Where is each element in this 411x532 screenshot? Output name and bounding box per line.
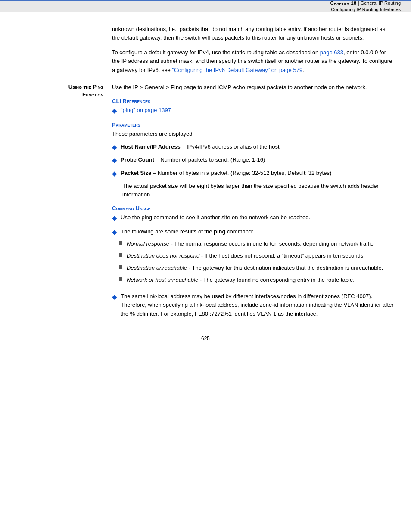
using-ping-label-line2: Function: [82, 91, 103, 98]
param-packet-sep: –: [152, 170, 158, 176]
header-separator: |: [357, 0, 361, 6]
header-bar: Chapter 18 | General IP Routing Configur…: [0, 0, 411, 12]
header-line1: Chapter 18 | General IP Routing: [330, 0, 401, 6]
header-title-line2: Configuring IP Routing Interfaces: [331, 7, 401, 12]
param-host: ◆ Host Name/IP Address – IPv4/IPv6 addre…: [112, 143, 394, 152]
param-probe-sep: –: [154, 156, 160, 163]
using-ping-label-line1: Using the Ping: [68, 84, 103, 90]
intro-para2-end: .: [302, 67, 304, 73]
diamond-icon-host: ◆: [112, 142, 117, 152]
cli-references-item: ◆ "ping" on page 1397: [112, 106, 394, 115]
cli-references-title: CLI References: [112, 98, 394, 104]
command-usage-item-2: ◆ The following are some results of the …: [112, 227, 394, 288]
command-usage-item-3-text: The same link-local address may be used …: [121, 292, 394, 318]
sub-item-3-text: Destination unreachable - The gateway fo…: [127, 264, 383, 272]
square-icon-3: [119, 265, 122, 269]
sub-item-2-text: Destination does not respond - If the ho…: [127, 252, 365, 260]
intro-para2: To configure a default gateway for IPv4,…: [112, 48, 394, 74]
square-icon-1: [119, 241, 122, 245]
param-probe: ◆ Probe Count – Number of packets to sen…: [112, 156, 394, 165]
chapter-label: Chapter 18: [330, 0, 357, 6]
using-ping-label-text: Using the Ping Function: [17, 83, 103, 99]
sub-item-network-unreachable: Network or host unreachable - The gatewa…: [119, 276, 383, 284]
sub-item-3-italic: Destination unreachable: [127, 264, 187, 271]
header-title-line1: General IP Routing: [361, 0, 401, 6]
param-probe-desc: Number of packets to send. (Range: 1-16): [160, 156, 265, 163]
sub-item-2-italic: Destination does not respond: [127, 252, 199, 259]
diamond-icon-packet: ◆: [112, 168, 117, 178]
using-ping-body: Use the IP > General > Ping page to send…: [112, 83, 394, 323]
using-ping-section: Using the Ping Function Use the IP > Gen…: [17, 83, 394, 323]
sub-item-dest-unreachable: Destination unreachable - The gateway fo…: [119, 264, 383, 272]
parameters-intro: These parameters are displayed:: [112, 130, 394, 138]
command-usage-item-1: ◆ Use the ping command to see if another…: [112, 213, 394, 223]
square-icon-2: [119, 253, 122, 257]
footer: – 625 –: [17, 336, 394, 350]
param-host-text: Host Name/IP Address – IPv4/IPv6 address…: [121, 143, 281, 151]
sub-item-dest-no-respond: Destination does not respond - If the ho…: [119, 252, 383, 260]
sub-item-normal-response: Normal response - The normal response oc…: [119, 240, 383, 248]
main-content: unknown destinations, i.e., packets that…: [0, 12, 411, 367]
sub-item-1-text: Normal response - The normal response oc…: [127, 240, 375, 248]
diamond-icon-cu3: ◆: [112, 292, 117, 302]
intro-para2-before-link: To configure a default gateway for IPv4,…: [112, 49, 320, 56]
intro-para1: unknown destinations, i.e., packets that…: [112, 25, 394, 42]
command-usage-item-3: ◆ The same link-local address may be use…: [112, 292, 394, 318]
intro-link-page633[interactable]: page 633: [320, 49, 343, 56]
command-usage-list: ◆ Use the ping command to see if another…: [112, 213, 394, 318]
sub-item-4-text: Network or host unreachable - The gatewa…: [127, 276, 355, 284]
param-packet-extra: The actual packet size will be eight byt…: [122, 182, 394, 199]
page: Chapter 18 | General IP Routing Configur…: [0, 0, 411, 532]
diamond-icon-probe: ◆: [112, 155, 117, 165]
param-probe-text: Probe Count – Number of packets to send.…: [121, 156, 265, 164]
cli-references-list: ◆ "ping" on page 1397: [112, 106, 394, 115]
sub-item-1-italic: Normal response: [127, 240, 169, 247]
command-usage-item-2-text: The following are some results of the pi…: [121, 227, 253, 236]
diamond-icon-cu1: ◆: [112, 213, 117, 223]
param-host-sep: –: [181, 143, 187, 150]
param-packet: ◆ Packet Size – Number of bytes in a pac…: [112, 169, 394, 178]
using-ping-label: Using the Ping Function: [17, 83, 112, 323]
command-usage-item-1-text: Use the ping command to see if another s…: [121, 213, 310, 222]
ping-bold: ping: [214, 228, 225, 235]
parameters-title: Parameters: [112, 121, 394, 128]
square-icon-4: [119, 277, 122, 281]
diamond-icon-cli: ◆: [112, 106, 117, 115]
diamond-icon-cu2: ◆: [112, 227, 117, 237]
command-usage-title: Command Usage: [112, 205, 394, 212]
param-packet-text: Packet Size – Number of bytes in a packe…: [121, 169, 331, 177]
cli-link[interactable]: "ping" on page 1397: [121, 106, 171, 115]
command-usage-item-2-header: ◆ The following are some results of the …: [112, 227, 253, 237]
header-right: Chapter 18 | General IP Routing Configur…: [330, 0, 401, 13]
param-host-name: Host Name/IP Address: [121, 143, 181, 150]
param-host-desc: IPv4/IPv6 address or alias of the host.: [187, 143, 281, 150]
param-packet-name: Packet Size: [121, 170, 152, 176]
param-packet-desc: Number of bytes in a packet. (Range: 32-…: [158, 170, 331, 176]
intro-link-ipv6[interactable]: "Configuring the IPv6 Default Gateway" o…: [172, 67, 302, 73]
page-number: – 625 –: [197, 336, 214, 342]
using-ping-description: Use the IP > General > Ping page to send…: [112, 83, 394, 92]
param-probe-name: Probe Count: [121, 156, 154, 163]
intro-section: unknown destinations, i.e., packets that…: [112, 25, 394, 75]
header-line2: Configuring IP Routing Interfaces: [330, 6, 401, 13]
sub-bullet-list: Normal response - The normal response oc…: [119, 240, 383, 288]
sub-item-4-italic: Network or host unreachable: [127, 277, 198, 283]
